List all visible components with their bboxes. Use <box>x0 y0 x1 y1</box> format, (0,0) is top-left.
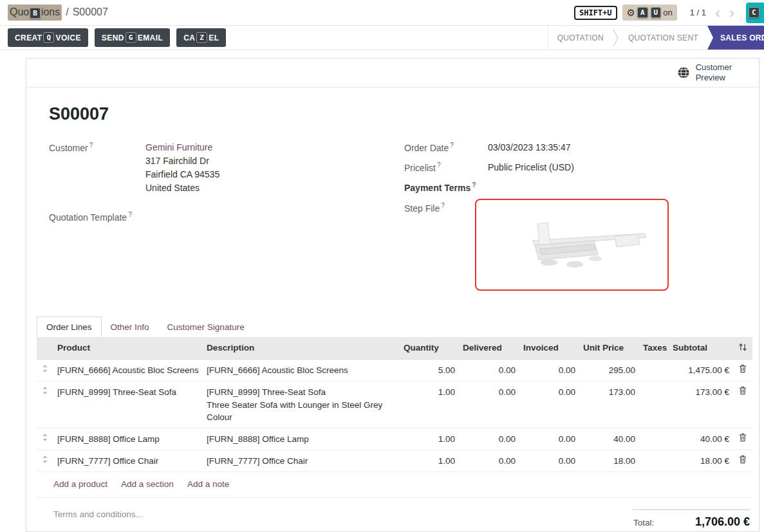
drag-handle[interactable] <box>37 428 53 450</box>
breadcrumb: QuoBions / S00007 <box>8 5 108 20</box>
quantity-cell[interactable]: 1.00 <box>400 450 459 472</box>
create-invoice-label-post: VOICE <box>55 33 80 42</box>
delete-line-button[interactable] <box>733 450 752 472</box>
unit-price-column-header: Unit Price <box>579 337 639 360</box>
order-line-row[interactable]: [FURN_8888] Office Lamp [FURN_8888] Offi… <box>37 428 752 450</box>
subtotal-column-header: Subtotal <box>669 337 733 360</box>
shortcut-hint-q: Q <box>43 32 54 43</box>
adjust-columns-icon <box>738 342 747 352</box>
handle-column-header <box>37 337 53 360</box>
subtotal-cell: 18.00 € <box>669 450 733 472</box>
pager-prev-icon[interactable]: ‹ <box>715 6 720 19</box>
add-product-link[interactable]: Add a product <box>53 479 107 489</box>
invoiced-cell[interactable]: 0.00 <box>519 381 579 428</box>
order-line-row[interactable]: [FURN_7777] Office Chair [FURN_7777] Off… <box>37 450 752 472</box>
customer-link[interactable]: Gemini Furniture <box>145 141 219 154</box>
create-invoice-button[interactable]: CREAT Q VOICE <box>8 28 88 47</box>
product-column-header: Product <box>53 337 203 360</box>
description-cell[interactable]: [FURN_8888] Office Lamp <box>203 428 400 450</box>
sheet-footer: Terms and conditions... Total: 1,706.00 … <box>37 509 751 532</box>
invoiced-column-header: Invoiced <box>519 337 579 360</box>
breadcrumb-quotations-link[interactable]: QuoBions <box>8 5 62 20</box>
description-column-header: Description <box>203 337 400 360</box>
top-navbar: QuoBions / S00007 SHIFT+U ⚙ A U on 1 / 1… <box>0 0 764 26</box>
delete-line-button[interactable] <box>733 428 752 450</box>
line-add-links: Add a product Add a section Add a note <box>37 472 751 498</box>
form-card: Customer Preview S00007 Customer? Gemini… <box>26 58 759 532</box>
delivered-cell[interactable]: 0.00 <box>459 359 519 381</box>
order-line-row[interactable]: [FURN_6666] Acoustic Bloc Screens [FURN_… <box>37 359 752 381</box>
product-cell[interactable]: [FURN_6666] Acoustic Bloc Screens <box>53 359 203 381</box>
unit-price-cell[interactable]: 173.00 <box>579 381 639 428</box>
quantity-cell[interactable]: 5.00 <box>400 359 459 381</box>
help-icon: ? <box>437 161 441 169</box>
description-cell[interactable]: [FURN_6666] Acoustic Bloc Screens <box>203 359 400 381</box>
status-step-quotation-sent[interactable]: QUOTATION SENT <box>619 26 707 50</box>
breadcrumb-current: S00007 <box>73 6 108 18</box>
delete-line-button[interactable] <box>733 381 752 428</box>
delivered-cell[interactable]: 0.00 <box>459 381 519 428</box>
tab-order-lines[interactable]: Order Lines <box>37 316 102 337</box>
pager-count: 1 / 1 <box>690 8 706 17</box>
customer-address-line: United States <box>145 181 219 195</box>
product-cell[interactable]: [FURN_8888] Office Lamp <box>53 428 203 450</box>
status-step-sales-order[interactable]: SALES ORDER <box>707 26 764 50</box>
quantity-cell[interactable]: 1.00 <box>400 428 459 450</box>
drag-handle[interactable] <box>37 381 53 428</box>
pager-next-icon[interactable]: › <box>729 6 734 19</box>
order-date-value[interactable]: 03/03/2023 13:35:47 <box>488 141 570 154</box>
tab-customer-signature[interactable]: Customer Signature <box>158 317 254 337</box>
order-date-label: Order Date? <box>404 141 488 153</box>
order-line-row[interactable]: [FURN_8999] Three-Seat Sofa [FURN_8999] … <box>37 381 752 428</box>
chevron-separator-icon <box>613 26 619 50</box>
description-line: [FURN_8999] Three-Seat Sofa <box>207 386 396 398</box>
send-email-label-pre: SEND <box>102 33 124 42</box>
taxes-column-header: Taxes <box>639 337 669 360</box>
quantity-cell[interactable]: 1.00 <box>400 381 459 428</box>
add-note-link[interactable]: Add a note <box>187 479 229 489</box>
description-cell[interactable]: [FURN_7777] Office Chair <box>203 450 400 472</box>
status-step-quotation[interactable]: QUOTATION <box>548 26 613 50</box>
action-menu-button[interactable]: ⚙ A U on <box>622 5 677 21</box>
product-cell[interactable]: [FURN_8999] Three-Seat Sofa <box>53 381 203 428</box>
field-groups: Customer? Gemini Furniture 317 Fairchild… <box>49 141 751 297</box>
terms-placeholder[interactable]: Terms and conditions... <box>53 509 143 532</box>
step-file-image-widget[interactable] <box>475 199 669 291</box>
send-email-button[interactable]: SEND G EMAIL <box>95 28 170 47</box>
customer-label: Customer? <box>49 141 145 153</box>
order-date-field-row: Order Date? 03/03/2023 13:35:47 <box>404 141 751 154</box>
customer-preview-button[interactable]: Customer Preview <box>677 62 732 83</box>
quotation-template-field-row: Quotation Template? <box>49 210 404 223</box>
topbar-right: SHIFT+U ⚙ A U on 1 / 1 ‹ › C <box>574 0 764 25</box>
step-file-3d-preview <box>518 212 653 277</box>
delete-line-button[interactable] <box>733 359 752 381</box>
shortcut-hint-c: C <box>749 7 759 18</box>
drag-handle[interactable] <box>37 359 53 381</box>
delivered-cell[interactable]: 0.00 <box>459 450 519 472</box>
cancel-button[interactable]: CA Z EL <box>176 28 226 47</box>
tab-other-info[interactable]: Other Info <box>102 317 158 337</box>
invoiced-cell[interactable]: 0.00 <box>519 428 579 450</box>
optional-columns-button[interactable] <box>733 337 752 360</box>
drag-handle-icon <box>42 386 48 395</box>
description-cell[interactable]: [FURN_8999] Three-Seat Sofa Three Seater… <box>203 381 400 428</box>
taxes-cell[interactable] <box>639 359 669 381</box>
taxes-cell[interactable] <box>639 381 669 428</box>
corner-button[interactable]: C <box>746 3 764 23</box>
action-menu-label-fragment: on <box>663 8 672 17</box>
invoiced-cell[interactable]: 0.00 <box>519 450 579 472</box>
unit-price-cell[interactable]: 18.00 <box>579 450 639 472</box>
taxes-cell[interactable] <box>639 428 669 450</box>
delivered-cell[interactable]: 0.00 <box>459 428 519 450</box>
add-section-link[interactable]: Add a section <box>121 479 174 489</box>
unit-price-cell[interactable]: 295.00 <box>579 359 639 381</box>
drag-handle[interactable] <box>37 450 53 472</box>
unit-price-cell[interactable]: 40.00 <box>579 428 639 450</box>
trash-icon <box>739 386 747 395</box>
invoiced-cell[interactable]: 0.00 <box>519 359 579 381</box>
pricelist-label: Pricelist? <box>404 161 488 173</box>
pricelist-value[interactable]: Public Pricelist (USD) <box>488 161 574 174</box>
product-cell[interactable]: [FURN_7777] Office Chair <box>53 450 203 472</box>
taxes-cell[interactable] <box>639 450 669 472</box>
help-icon: ? <box>472 181 476 188</box>
